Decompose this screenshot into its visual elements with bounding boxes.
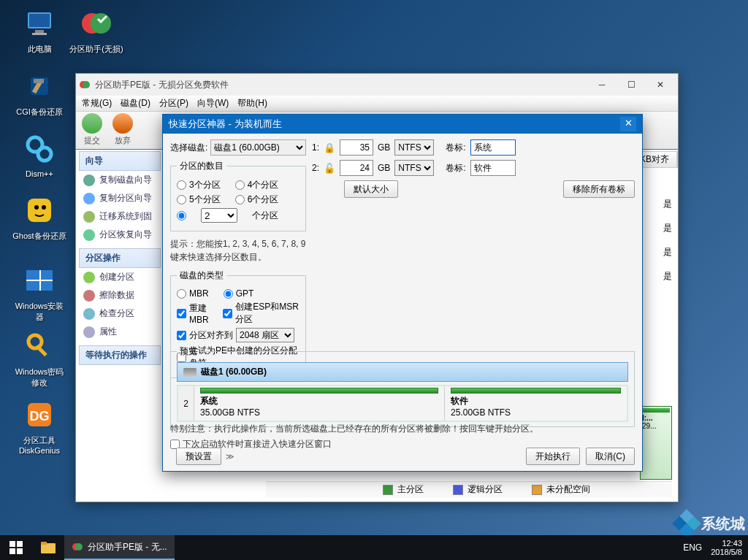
preview-part-1[interactable]: 系统 35.00GB NTFS bbox=[194, 386, 445, 421]
op-props[interactable]: 属性 bbox=[79, 323, 161, 341]
discard-icon bbox=[112, 113, 133, 134]
legend-primary-sw bbox=[383, 485, 393, 495]
dialog-close-button[interactable]: ✕ bbox=[620, 117, 636, 131]
cancel-button[interactable]: 取消(C) bbox=[586, 448, 635, 465]
wipe-icon bbox=[83, 290, 95, 302]
window-title: 分区助手PE版 - 无损分区免费软件 bbox=[95, 79, 229, 91]
toolbar-commit[interactable]: 提交 bbox=[82, 113, 102, 147]
task-partition-assistant[interactable]: 分区助手PE版 - 无... bbox=[64, 535, 175, 560]
tray-clock[interactable]: 12:43 2018/5/8 bbox=[711, 539, 742, 556]
chevron-right-icon: ≫ bbox=[226, 452, 233, 461]
op-check[interactable]: 检查分区 bbox=[79, 304, 161, 323]
wizard-migrate-os[interactable]: 迁移系统到固 bbox=[79, 207, 161, 226]
check-rebuild-mbr[interactable]: 重建MBR bbox=[177, 302, 220, 325]
check-create-esp[interactable]: 创建ESP和MSR分区 bbox=[223, 301, 299, 326]
tray-lang[interactable]: ENG bbox=[683, 542, 702, 553]
minimize-button[interactable]: ─ bbox=[587, 74, 617, 96]
wizard-recover[interactable]: 分区恢复向导 bbox=[79, 226, 161, 244]
svg-rect-8 bbox=[34, 79, 44, 83]
default-size-button[interactable]: 默认大小 bbox=[344, 180, 398, 198]
app-icon bbox=[79, 79, 91, 91]
svg-point-22 bbox=[83, 81, 90, 88]
radio-custom-parts[interactable] bbox=[177, 211, 186, 220]
execute-button[interactable]: 开始执行 bbox=[526, 448, 580, 465]
gear-icon bbox=[24, 134, 55, 164]
radio-3-parts[interactable]: 3个分区 bbox=[177, 179, 221, 191]
maximize-button[interactable]: ☐ bbox=[617, 74, 646, 96]
svg-rect-11 bbox=[28, 199, 51, 222]
preset-button[interactable]: 预设置 bbox=[176, 448, 221, 465]
partition-icon bbox=[82, 9, 111, 38]
radio-4-parts[interactable]: 4个分区 bbox=[235, 179, 279, 191]
wizard-copy-partition[interactable]: 复制分区向导 bbox=[79, 189, 161, 207]
part2-fs-select[interactable]: NTFS bbox=[394, 160, 434, 176]
desktop-icon-win-password[interactable]: Windows密码修改 bbox=[12, 329, 67, 388]
preview-count: 2 bbox=[178, 386, 194, 421]
desktop-icon-cgi-backup[interactable]: CGI备份还原 bbox=[12, 69, 67, 118]
custom-part-count[interactable]: 2 bbox=[201, 208, 237, 223]
part1-volume-input[interactable] bbox=[470, 139, 516, 156]
dialog-title: 快速分区神器 - 为装机而生 bbox=[169, 118, 282, 131]
svg-rect-23 bbox=[9, 541, 15, 547]
partition-count-group: 分区的数目 3个分区 4个分区 5个分区 6个分区 2 个分区 bbox=[170, 160, 306, 231]
pending-title: 等待执行的操作 bbox=[79, 345, 161, 365]
radio-5-parts[interactable]: 5个分区 bbox=[177, 193, 221, 206]
menu-help[interactable]: 帮助(H) bbox=[237, 97, 267, 110]
svg-rect-16 bbox=[26, 280, 53, 281]
titlebar[interactable]: 分区助手PE版 - 无损分区免费软件 ─ ☐ ✕ bbox=[76, 74, 678, 96]
task-explorer[interactable] bbox=[32, 535, 64, 560]
desktop-icon-ghost[interactable]: Ghost备份还原 bbox=[12, 193, 67, 242]
svg-point-12 bbox=[34, 205, 39, 210]
diskgenius-icon: DG bbox=[25, 400, 54, 429]
menu-general[interactable]: 常规(G) bbox=[82, 97, 112, 110]
svg-rect-27 bbox=[41, 543, 56, 553]
part2-size-input[interactable] bbox=[340, 160, 373, 176]
dialog-footer: 预设置 ≫ 开始执行 取消(C) bbox=[170, 448, 635, 465]
svg-point-30 bbox=[75, 543, 83, 551]
menu-partition[interactable]: 分区(P) bbox=[159, 97, 188, 110]
start-button[interactable] bbox=[0, 535, 32, 560]
dialog-titlebar[interactable]: 快速分区神器 - 为装机而生 ✕ bbox=[163, 115, 642, 134]
desktop-icon-win-installer[interactable]: Windows安装器 bbox=[12, 263, 67, 323]
back-partition-i[interactable]: I:... 29... bbox=[640, 406, 672, 480]
desktop-icon-partition-assistant[interactable]: 分区助手(无损) bbox=[69, 6, 124, 55]
radio-6-parts[interactable]: 6个分区 bbox=[235, 193, 279, 206]
svg-text:DG: DG bbox=[30, 409, 50, 423]
lock-icon[interactable]: 🔒 bbox=[324, 142, 335, 153]
toolbar-discard[interactable]: 放弃 bbox=[112, 113, 133, 147]
check-icon bbox=[82, 113, 102, 134]
radio-mbr[interactable]: MBR bbox=[177, 288, 209, 299]
select-disk-dropdown[interactable]: 磁盘1 (60.00GB) bbox=[210, 139, 306, 156]
desktop-icon-dism[interactable]: Dism++ bbox=[12, 131, 67, 178]
part1-size-input[interactable] bbox=[340, 139, 373, 156]
svg-rect-26 bbox=[17, 548, 23, 554]
legend-logical-sw bbox=[453, 485, 463, 495]
disk-icon bbox=[183, 368, 196, 377]
partition-row-1: 1: 🔒 GB NTFS 卷标: bbox=[312, 139, 635, 156]
desktop-icon-diskgenius[interactable]: DG 分区工具DiskGenius bbox=[12, 397, 67, 455]
systray: ENG 12:43 2018/5/8 bbox=[677, 539, 748, 556]
windows-logo-icon bbox=[9, 541, 23, 554]
align-value[interactable]: 2048 扇区 bbox=[236, 328, 294, 342]
desktop-icon-this-pc[interactable]: 此电脑 bbox=[12, 6, 67, 55]
preview-group: 预览 磁盘1 (60.00GB) 2 系统 35.00GB NTFS 软件 25… bbox=[170, 345, 635, 427]
lock-open-icon[interactable]: 🔓 bbox=[324, 163, 335, 174]
op-create[interactable]: 创建分区 bbox=[79, 268, 161, 286]
menu-disk[interactable]: 磁盘(D) bbox=[121, 97, 150, 110]
menubar: 常规(G) 磁盘(D) 分区(P) 向导(W) 帮助(H) bbox=[76, 96, 678, 112]
part2-volume-input[interactable] bbox=[470, 160, 516, 176]
remove-labels-button[interactable]: 移除所有卷标 bbox=[563, 180, 635, 198]
op-wipe[interactable]: 擦除数据 bbox=[79, 286, 161, 304]
preview-part-2[interactable]: 软件 25.00GB NTFS bbox=[445, 386, 627, 421]
check-align[interactable]: 分区对齐到 bbox=[177, 329, 233, 342]
svg-rect-24 bbox=[17, 541, 23, 547]
folder-icon bbox=[41, 542, 56, 553]
close-button[interactable]: ✕ bbox=[646, 74, 675, 96]
quick-partition-dialog: 快速分区神器 - 为装机而生 ✕ 选择磁盘: 磁盘1 (60.00GB) 分区的… bbox=[162, 114, 643, 472]
svg-rect-25 bbox=[9, 548, 15, 554]
check-part-icon bbox=[83, 308, 95, 320]
wizard-copy-disk[interactable]: 复制磁盘向导 bbox=[79, 171, 161, 189]
radio-gpt[interactable]: GPT bbox=[224, 288, 254, 299]
menu-wizard[interactable]: 向导(W) bbox=[197, 97, 229, 110]
part1-fs-select[interactable]: NTFS bbox=[394, 139, 434, 156]
